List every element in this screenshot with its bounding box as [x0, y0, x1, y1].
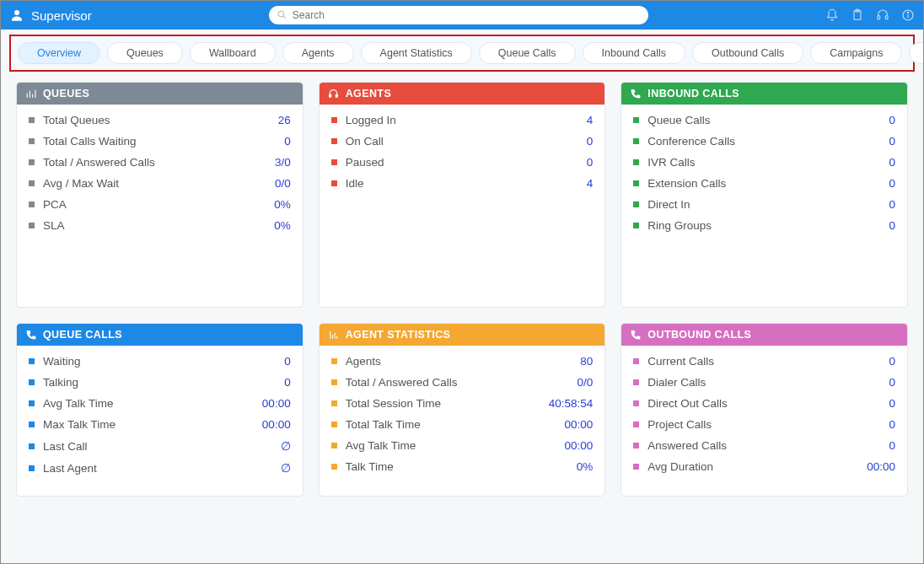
bell-icon[interactable]: [825, 8, 839, 22]
bullet-icon: [633, 159, 639, 165]
svg-rect-6: [885, 16, 888, 19]
stat-row: Paused0: [320, 152, 605, 173]
phone-out-icon: [630, 330, 641, 341]
bullet-icon: [29, 379, 35, 385]
stat-label: Avg Duration: [647, 460, 867, 473]
app-title: Supervisor: [31, 8, 92, 23]
stat-label: Current Calls: [647, 355, 889, 368]
phone-icon: [25, 330, 36, 341]
svg-rect-5: [878, 16, 880, 19]
bullet-icon: [29, 422, 35, 427]
info-icon[interactable]: [901, 8, 915, 22]
svg-rect-14: [32, 94, 33, 97]
stat-row: Agents80: [320, 351, 605, 372]
stat-label: Direct In: [647, 198, 889, 211]
stat-row: Direct In0: [621, 194, 907, 215]
card-title: AGENT STATISTICS: [346, 329, 451, 341]
stat-row: Dialer Calls0: [621, 372, 907, 393]
tab-agents[interactable]: Agents: [282, 42, 354, 64]
stat-row: Avg / Max Wait0/0: [17, 173, 303, 194]
stat-label: Avg Talk Time: [346, 439, 565, 452]
stat-label: Last Agent: [43, 462, 281, 475]
stat-row: On Call0: [320, 131, 605, 152]
bullet-icon: [633, 223, 639, 228]
card-agent-statistics: AGENT STATISTICS Agents80Total / Answere…: [319, 323, 606, 497]
svg-point-1: [278, 11, 284, 17]
stat-label: Waiting: [43, 355, 284, 368]
card-header-outbound: OUTBOUND CALLS: [621, 324, 907, 346]
card-queues: QUEUES Total Queues26Total Calls Waiting…: [16, 82, 304, 308]
stat-row: Total Session Time40:58:54: [320, 393, 605, 414]
stat-value: 4: [587, 177, 594, 190]
stat-label: Total / Answered Calls: [43, 156, 275, 169]
tab-queue-calls[interactable]: Queue Calls: [479, 42, 576, 64]
stat-row: Logged In4: [320, 110, 605, 131]
stat-row: Last Agent∅: [17, 457, 303, 479]
stat-value: 00:00: [565, 439, 594, 452]
phone-in-icon: [630, 89, 641, 99]
search-input[interactable]: [269, 6, 648, 24]
stat-row: Total / Answered Calls3/0: [17, 152, 303, 173]
stat-value: 0: [889, 177, 895, 190]
bullet-icon: [633, 443, 639, 449]
stat-label: Total / Answered Calls: [346, 376, 578, 389]
stat-row: Current Calls0: [621, 351, 907, 372]
card-title: AGENTS: [346, 88, 392, 99]
tab-campaigns[interactable]: Campaigns: [810, 42, 902, 64]
stat-value: 0: [889, 156, 895, 169]
bullet-icon: [29, 159, 35, 165]
tab-inbound-calls[interactable]: Inbound Calls: [583, 42, 685, 64]
stat-label: IVR Calls: [647, 156, 889, 169]
stat-label: Direct Out Calls: [647, 397, 889, 410]
svg-point-9: [907, 12, 908, 13]
tab-overview[interactable]: Overview: [18, 42, 100, 64]
stat-row: Avg Talk Time00:00: [320, 435, 605, 456]
supervisor-icon: [9, 8, 24, 23]
bullet-icon: [29, 117, 35, 123]
stat-label: Ring Groups: [647, 219, 889, 232]
bullet-icon: [633, 117, 639, 123]
stat-value: 0: [889, 439, 895, 452]
stat-row: Talking0: [17, 372, 303, 393]
bullet-icon: [29, 443, 35, 449]
bullet-icon: [633, 138, 639, 144]
bullet-icon: [29, 465, 35, 471]
stat-value: 0: [889, 397, 895, 410]
stat-label: Total Queues: [43, 114, 278, 126]
tab-queues[interactable]: Queues: [107, 42, 183, 64]
stat-label: Max Talk Time: [43, 418, 262, 431]
bullet-icon: [331, 422, 337, 427]
bullet-icon: [633, 422, 639, 427]
tab-graphs[interactable]: Graphs: [909, 42, 924, 64]
stat-label: Answered Calls: [647, 439, 889, 452]
stat-row: Idle4: [320, 173, 605, 194]
stat-value: 0%: [577, 460, 594, 473]
clipboard-icon[interactable]: [851, 8, 864, 22]
tab-outbound-calls[interactable]: Outbound Calls: [692, 42, 803, 64]
svg-rect-16: [329, 94, 330, 97]
card-queue-calls: QUEUE CALLS Waiting0Talking0Avg Talk Tim…: [16, 323, 304, 497]
headset-icon[interactable]: [876, 8, 889, 22]
stat-label: Total Session Time: [346, 397, 549, 410]
tab-wallboard[interactable]: Wallboard: [190, 42, 276, 64]
bullet-icon: [633, 400, 639, 406]
stat-value: 3/0: [275, 156, 291, 169]
stat-row: Avg Duration00:00: [621, 456, 907, 477]
svg-line-2: [283, 16, 286, 19]
bullet-icon: [331, 117, 337, 123]
tab-agent-statistics[interactable]: Agent Statistics: [361, 42, 472, 64]
stat-value: 00:00: [262, 397, 291, 410]
stat-value: 0: [587, 135, 594, 148]
card-header-agentstats: AGENT STATISTICS: [320, 324, 605, 346]
stat-label: Conference Calls: [647, 135, 889, 148]
stat-value: 0: [587, 156, 594, 169]
bullet-icon: [29, 138, 35, 144]
card-title: INBOUND CALLS: [647, 88, 739, 99]
bullet-icon: [633, 358, 639, 364]
top-icons: [825, 8, 915, 22]
card-title: QUEUES: [43, 88, 89, 99]
stat-label: Total Calls Waiting: [43, 135, 284, 148]
stat-label: Last Call: [43, 440, 281, 453]
stat-row: Max Talk Time00:00: [17, 414, 303, 435]
stat-value: 00:00: [565, 418, 594, 431]
